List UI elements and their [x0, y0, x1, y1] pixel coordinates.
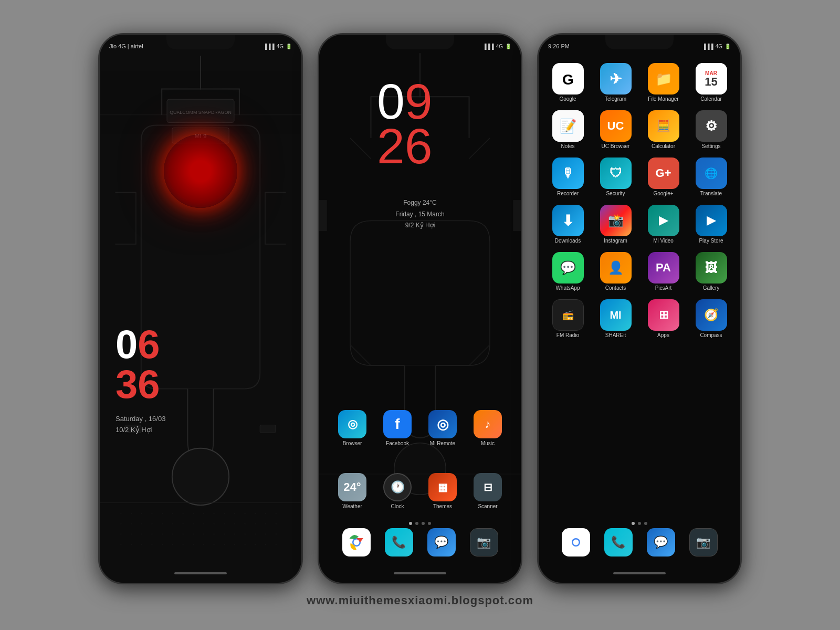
- contacts-icon: 👤: [600, 252, 632, 284]
- p3-dialer-icon: 📞: [604, 528, 633, 556]
- browser-icon: ◎: [338, 410, 366, 438]
- app-browser[interactable]: ◎ Browser: [334, 410, 371, 446]
- home-indicator-2[interactable]: [394, 572, 446, 574]
- facebook-label: Facebook: [386, 440, 409, 446]
- app-grid: G Google ✈ Telegram 📁 File Manager MAR 1…: [545, 61, 734, 340]
- scanner-label: Scanner: [478, 503, 497, 509]
- grid-fmradio[interactable]: 📻 FM Radio: [545, 297, 591, 340]
- grid-playstore[interactable]: ▶ Play Store: [688, 203, 734, 246]
- facebook-icon: f: [383, 410, 412, 438]
- music-label: Music: [481, 440, 495, 446]
- p2-m1: 2: [377, 121, 405, 171]
- grid-mivideo[interactable]: ▶ Mi Video: [640, 203, 686, 246]
- playstore-icon: ▶: [696, 205, 727, 236]
- grid-contacts[interactable]: 👤 Contacts: [593, 250, 638, 293]
- picsart-icon: PA: [648, 252, 679, 284]
- dock-messages[interactable]: 💬: [423, 528, 460, 556]
- app-miremote[interactable]: ◎ Mi Remote: [424, 410, 461, 446]
- mivideo-label: Mi Video: [653, 238, 674, 244]
- security-label: Security: [606, 191, 625, 196]
- dot-3: [422, 522, 425, 525]
- app-clock[interactable]: 🕐 Clock: [379, 473, 416, 509]
- grid-security[interactable]: 🛡 Security: [593, 155, 638, 198]
- app-scanner[interactable]: ⊟ Scanner: [469, 473, 506, 509]
- grid-gallery[interactable]: 🖼 Gallery: [688, 250, 734, 293]
- home-indicator-3[interactable]: [613, 572, 666, 574]
- p3-messages-icon: 💬: [647, 528, 675, 556]
- grid-filemanager[interactable]: 📁 File Manager: [640, 61, 686, 104]
- camera-icon: 📷: [470, 528, 498, 556]
- grid-picsart[interactable]: PA PicsArt: [640, 250, 686, 293]
- grid-whatsapp[interactable]: 💬 WhatsApp: [545, 250, 591, 293]
- dock-phone[interactable]: 📞: [381, 528, 417, 556]
- dock-camera[interactable]: 📷: [466, 528, 502, 556]
- p3-time: 9:26 PM: [548, 43, 570, 49]
- gallery-icon: 🖼: [696, 252, 727, 284]
- google-label: Google: [559, 96, 576, 102]
- telegram-label: Telegram: [605, 96, 626, 102]
- weather-date1: Friday , 15 March: [395, 209, 444, 220]
- browser-label: Browser: [343, 440, 362, 446]
- home-indicator-1[interactable]: [174, 572, 227, 574]
- fmradio-icon: 📻: [552, 299, 584, 331]
- p3-status-right: ▐▐▐ 4G 🔋: [702, 44, 731, 49]
- grid-notes[interactable]: 📝 Notes: [545, 108, 591, 151]
- app-weather[interactable]: 24° Weather: [334, 473, 371, 509]
- phone1-status-bar: Jio 4G | airtel ▐▐▐ 4G 🔋: [100, 35, 301, 54]
- grid-apps[interactable]: ⊞ Apps: [640, 297, 686, 340]
- grid-translate[interactable]: 🌐 Translate: [688, 155, 734, 198]
- downloads-label: Downloads: [555, 238, 581, 244]
- instagram-label: Instagram: [604, 238, 627, 244]
- svg-text:G: G: [562, 71, 574, 88]
- chrome-icon: [342, 528, 371, 556]
- apps-label: Apps: [657, 332, 669, 338]
- app-facebook[interactable]: f Facebook: [379, 410, 416, 446]
- min-digit2: 6: [138, 364, 160, 404]
- whatsapp-label: WhatsApp: [555, 285, 580, 291]
- weather-icon: 24°: [338, 473, 366, 501]
- instagram-icon: 📸: [600, 205, 632, 236]
- grid-downloads[interactable]: ⬇ Downloads: [545, 203, 591, 246]
- grid-compass[interactable]: 🧭 Compass: [688, 297, 734, 340]
- grid-calendar[interactable]: MAR 15 Calendar: [688, 61, 734, 104]
- p3-dock-camera[interactable]: 📷: [685, 528, 722, 556]
- whatsapp-icon: 💬: [552, 252, 584, 284]
- gallery-label: Gallery: [703, 285, 720, 291]
- compass-label: Compass: [700, 332, 722, 338]
- security-icon: 🛡: [600, 158, 632, 189]
- phone2-app-row1: ◎ Browser f Facebook ◎ Mi Remote ♪ Music: [319, 410, 521, 446]
- p3-battery: 🔋: [724, 44, 731, 49]
- grid-google[interactable]: G Google: [545, 61, 591, 104]
- grid-shareit[interactable]: MI SHAREit: [593, 297, 638, 340]
- filemanager-icon: 📁: [648, 63, 679, 94]
- p3-dock-messages[interactable]: 💬: [643, 528, 679, 556]
- recorder-icon: 🎙: [552, 158, 584, 189]
- grid-settings[interactable]: ⚙ Settings: [688, 108, 734, 151]
- grid-telegram[interactable]: ✈ Telegram: [593, 61, 638, 104]
- grid-googleplus[interactable]: G+ Google+: [640, 155, 686, 198]
- dock-chrome[interactable]: [338, 528, 375, 556]
- grid-ucbrowser[interactable]: UC UC Browser: [593, 108, 638, 151]
- p3-dock-phone[interactable]: 📞: [600, 528, 637, 556]
- dot-4: [428, 522, 431, 525]
- p3-dock-chrome[interactable]: [558, 528, 594, 556]
- phone-3: 9:26 PM ▐▐▐ 4G 🔋 G Google ✈ Telegram 📁: [537, 33, 742, 584]
- p3-dot-2: [638, 522, 641, 525]
- page-dots-2: [319, 522, 521, 525]
- svg-point-1: [172, 448, 229, 505]
- grid-instagram[interactable]: 📸 Instagram: [593, 203, 638, 246]
- phone2-status-bar: ▐▐▐ 4G 🔋: [319, 35, 521, 54]
- google-icon: G: [552, 63, 584, 94]
- app-music[interactable]: ♪ Music: [469, 410, 506, 446]
- calculator-label: Calculator: [652, 143, 675, 149]
- app-themes[interactable]: ▦ Themes: [424, 473, 461, 509]
- weather-date2: 9/2 Kỷ Hợi: [395, 220, 444, 232]
- recorder-label: Recorder: [557, 191, 579, 196]
- p3-dot-3: [644, 522, 647, 525]
- clock-label: Clock: [391, 503, 404, 509]
- grid-calculator[interactable]: 🧮 Calculator: [640, 108, 686, 151]
- p3-network: 4G: [716, 44, 722, 49]
- grid-recorder[interactable]: 🎙 Recorder: [545, 155, 591, 198]
- date-line2: 10/2 Kỷ Hợi: [116, 425, 165, 436]
- phone-1: QUALCOMM SNAPDRAGON MI 9 Jio 4G | airtel…: [98, 33, 303, 584]
